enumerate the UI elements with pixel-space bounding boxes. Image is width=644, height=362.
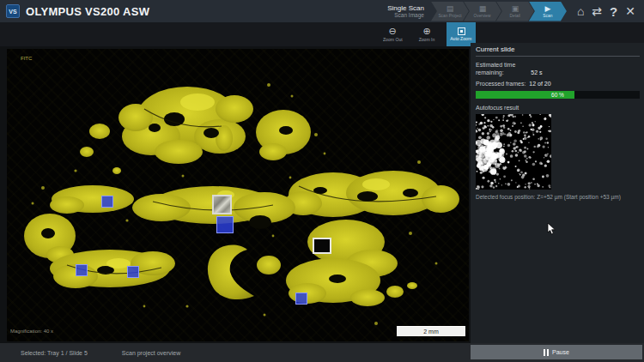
application-window: VS OLYMPUS VS200 ASW Single Scan Scan Im… — [0, 0, 644, 362]
scan-project-icon: ▤ — [447, 5, 454, 13]
zoom-in-icon: ⊕ — [422, 27, 430, 36]
zoom-out-icon: ⊖ — [388, 27, 396, 36]
switch-view-icon[interactable]: ⇄ — [592, 5, 602, 17]
estimated-time-label: Estimated time remaining: — [476, 61, 515, 77]
scale-bar: 2 mm — [397, 326, 465, 336]
panel-title: Current slide — [476, 45, 640, 57]
processed-frames-row: Processed frames: 12 of 20 — [476, 81, 640, 87]
slide-scan-image — [7, 49, 469, 341]
detail-icon: ▣ — [512, 5, 519, 13]
pause-button[interactable]: Pause — [471, 345, 642, 359]
current-slide-panel: Current slide Estimated time remaining: … — [471, 43, 644, 343]
processed-frames-value: 12 of 20 — [529, 81, 550, 87]
slide-image-viewport[interactable]: FITC Magnification: 40 x 2 mm — [7, 49, 469, 341]
window-controls: ⌂ ⇄ ? ✕ — [577, 5, 635, 18]
scan-frame-marker — [76, 264, 88, 276]
step-scan-project[interactable]: ▤ Scan Project — [431, 2, 469, 21]
autofocus-result-label: Autofocus result — [476, 105, 640, 111]
channel-label: FITC — [21, 56, 32, 61]
autofocus-thumbnail — [476, 114, 551, 190]
step-overview[interactable]: ▦ Overview — [464, 2, 501, 21]
scan-frame-marker — [127, 266, 139, 278]
processed-frames-label: Processed frames: — [476, 81, 526, 87]
pause-icon — [544, 349, 549, 356]
magnification-label: Magnification: 40 x — [10, 329, 53, 334]
current-frame-marker — [212, 195, 232, 214]
scan-project-overview-link[interactable]: Scan project overview — [122, 350, 180, 356]
auto-zoom-icon — [458, 27, 465, 35]
zoom-out-button[interactable]: ⊖ Zoom Out — [378, 22, 407, 46]
mouse-cursor — [547, 223, 556, 236]
tissue-sections — [24, 87, 459, 306]
scan-progress-bar: 60 % — [476, 91, 640, 99]
scan-mode-label: Single Scan Scan Image — [387, 4, 424, 19]
titlebar: VS OLYMPUS VS200 ASW Single Scan Scan Im… — [0, 0, 644, 22]
statusbar: Selected: Tray 1 / Slide 5 Scan project … — [0, 343, 644, 362]
zoom-tool-group: ⊖ Zoom Out ⊕ Zoom In Auto Zoom — [378, 22, 476, 46]
app-title: OLYMPUS VS200 ASW — [26, 5, 149, 18]
overview-icon: ▦ — [479, 5, 487, 13]
estimated-time-row: Estimated time remaining: 52 s — [476, 61, 640, 77]
scan-frame-marker — [216, 216, 234, 233]
progress-percent: 60 % — [476, 91, 640, 99]
scan-frame-marker — [295, 293, 307, 305]
selected-slide-label: Selected: Tray 1 / Slide 5 — [21, 350, 88, 356]
step-scan[interactable]: ▶ Scan — [529, 2, 567, 21]
home-icon[interactable]: ⌂ — [577, 5, 584, 17]
close-icon[interactable]: ✕ — [625, 5, 635, 17]
zoom-in-button[interactable]: ⊕ Zoom In — [412, 22, 441, 46]
help-icon[interactable]: ? — [610, 5, 617, 18]
scan-mode-line1: Single Scan — [387, 4, 424, 12]
app-logo-icon: VS — [6, 4, 20, 18]
estimated-time-value: 52 s — [531, 69, 542, 76]
step-detail[interactable]: ▣ Detail — [496, 2, 534, 21]
scan-icon: ▶ — [544, 5, 550, 13]
workflow-stepper: ▤ Scan Project ▦ Overview ▣ Detail ▶ Sca… — [431, 2, 567, 21]
scan-frame-marker — [101, 196, 113, 208]
next-frame-marker — [313, 238, 331, 254]
focus-position-text: Detected focus position: Z=+52 µm (Start… — [476, 194, 640, 200]
scan-mode-line2: Scan Image — [387, 12, 424, 18]
